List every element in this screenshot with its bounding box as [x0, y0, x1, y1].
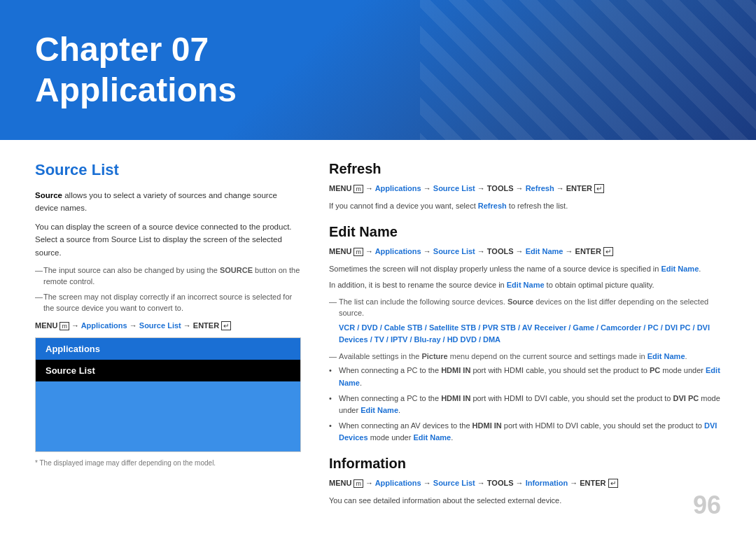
app-mockup-empty-area: [36, 381, 300, 451]
bullet-source-2: The screen may not display correctly if …: [35, 291, 301, 314]
information-heading: Information: [329, 456, 721, 472]
source-description-2: You can display the screen of a source d…: [35, 220, 301, 259]
right-column: Refresh MENU m → Applications → Source L…: [329, 161, 721, 520]
source-list-items: VCR / DVD / Cable STB / Satellite STB / …: [329, 322, 721, 346]
menu-path-left: MENU m → Applications → Source List → EN…: [35, 321, 301, 330]
bullet-source-1: The input source can also be changed by …: [35, 265, 301, 288]
edit-name-heading: Edit Name: [329, 224, 721, 240]
edit-name-bullet2: Available settings in the Picture menu d…: [329, 351, 721, 363]
page-header: Chapter 07 Applications: [0, 0, 756, 140]
source-list-title: Source List: [35, 161, 301, 179]
refresh-desc: If you cannot find a device you want, se…: [329, 200, 721, 213]
app-mockup-header: Applications: [36, 338, 300, 360]
edit-name-menu-path: MENU m → Applications → Source List → TO…: [329, 247, 721, 256]
left-column: Source List Source allows you to select …: [35, 161, 301, 520]
edit-name-bullet1: The list can include the following sourc…: [329, 296, 721, 319]
information-menu-path: MENU m → Applications → Source List → TO…: [329, 479, 721, 488]
information-desc: You can see detailed information about t…: [329, 495, 721, 507]
mockup-caption: * The displayed image may differ dependi…: [35, 459, 301, 467]
source-description-1: Source allows you to select a variety of…: [35, 189, 301, 215]
chapter-title: Chapter 07 Applications: [35, 29, 237, 110]
refresh-menu-path: MENU m → Applications → Source List → TO…: [329, 184, 721, 193]
edit-name-desc2: In addition, it is best to rename the so…: [329, 279, 721, 292]
edit-name-desc1: Sometimes the screen will not display pr…: [329, 263, 721, 276]
edit-name-dot2: When connecting a PC to the HDMI IN port…: [329, 393, 721, 417]
edit-name-dot1: When connecting a PC to the HDMI IN port…: [329, 365, 721, 389]
app-mockup-selected-item: Source List: [36, 360, 300, 381]
refresh-heading: Refresh: [329, 161, 721, 177]
page-number: 96: [693, 491, 721, 520]
app-mockup: Applications Source List: [35, 337, 301, 452]
main-content: Source List Source allows you to select …: [0, 140, 756, 534]
edit-name-dot3: When connecting an AV devices to the HDM…: [329, 420, 721, 444]
